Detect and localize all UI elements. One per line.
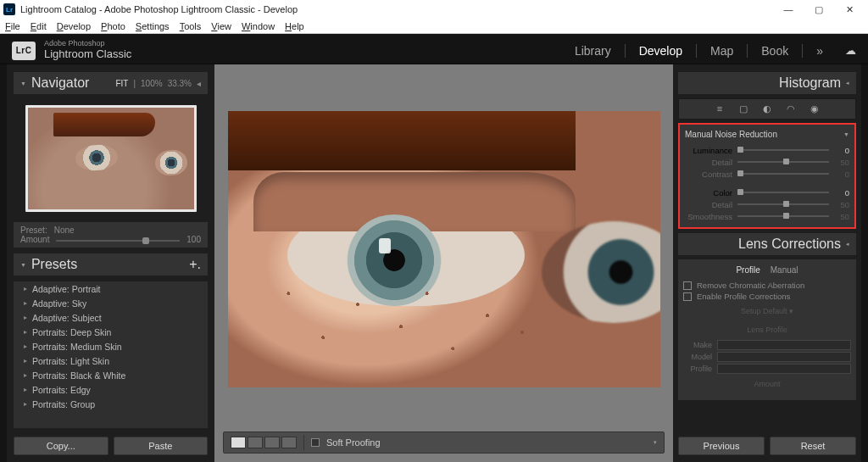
- lens-tab-profile[interactable]: Profile: [736, 265, 760, 275]
- cloud-sync-icon[interactable]: ☁: [845, 44, 856, 57]
- noise-reduction-title: Manual Noise Reduction: [685, 130, 777, 139]
- copy-button[interactable]: Copy...: [14, 437, 108, 455]
- preset-item[interactable]: Portraits: Black & White: [14, 368, 208, 382]
- nr-slider[interactable]: [737, 161, 829, 163]
- preset-item[interactable]: Portraits: Medium Skin: [14, 339, 208, 353]
- nr-slider-row: Smoothness50: [685, 210, 849, 222]
- nr-slider-value: 0: [834, 146, 849, 155]
- brand-small: Adobe Photoshop: [44, 40, 131, 47]
- mask-tool-icon[interactable]: ◠: [785, 103, 797, 114]
- menu-bar: File Edit Develop Photo Settings Tools V…: [0, 19, 868, 34]
- left-rail[interactable]: [0, 64, 7, 462]
- nr-slider[interactable]: [737, 149, 829, 151]
- preset-item[interactable]: Adaptive: Sky: [14, 296, 208, 310]
- preset-item[interactable]: Portraits: Deep Skin: [14, 325, 208, 339]
- view-compare-button[interactable]: [248, 437, 263, 448]
- zoom-chevron-icon[interactable]: ◂: [197, 79, 201, 88]
- lens-setup-label: Setup Default ▾: [683, 302, 851, 320]
- nr-slider[interactable]: [737, 215, 829, 217]
- menu-view[interactable]: View: [211, 21, 231, 31]
- app-icon: Lr: [3, 3, 15, 15]
- nr-slider-label: Color: [685, 188, 732, 198]
- zoom-33[interactable]: 33.3%: [168, 79, 192, 88]
- menu-tools[interactable]: Tools: [180, 21, 202, 31]
- lens-make-field[interactable]: [717, 340, 851, 350]
- preset-item[interactable]: Portraits: Edgy: [14, 382, 208, 397]
- presets-add-icon[interactable]: +.: [189, 257, 201, 272]
- menu-develop[interactable]: Develop: [57, 21, 91, 31]
- lens-tab-manual[interactable]: Manual: [771, 265, 798, 275]
- enable-profile-label: Enable Profile Corrections: [697, 292, 790, 301]
- lens-corrections-header[interactable]: Lens Corrections ◂: [678, 232, 856, 256]
- heal-tool-icon[interactable]: ◐: [761, 103, 773, 114]
- menu-edit[interactable]: Edit: [31, 21, 47, 31]
- maximize-button[interactable]: ▢: [804, 0, 834, 19]
- view-before-after-button[interactable]: [264, 437, 280, 448]
- nr-slider-row: Luminance0: [685, 144, 849, 156]
- menu-help[interactable]: Help: [285, 21, 304, 31]
- nr-slider-value: 50: [834, 158, 849, 167]
- disclosure-icon[interactable]: ▼: [843, 131, 849, 137]
- window-title: Lightroom Catalog - Adobe Photoshop Ligh…: [20, 4, 298, 14]
- redeye-tool-icon[interactable]: ◉: [809, 103, 821, 114]
- window-titlebar: Lr Lightroom Catalog - Adobe Photoshop L…: [0, 0, 868, 19]
- edit-tool-icon[interactable]: ≡: [714, 103, 726, 114]
- menu-photo[interactable]: Photo: [101, 21, 125, 31]
- nr-slider-row: Color0: [685, 186, 849, 198]
- lens-corrections-title: Lens Corrections: [738, 237, 841, 252]
- preset-item[interactable]: Adaptive: Portrait: [14, 281, 208, 296]
- right-rail[interactable]: [861, 64, 868, 462]
- lens-model-field[interactable]: [717, 352, 851, 362]
- noise-reduction-panel: Manual Noise Reduction ▼ Luminance0Detai…: [678, 123, 856, 229]
- close-button[interactable]: ✕: [834, 0, 865, 19]
- menu-settings[interactable]: Settings: [136, 21, 170, 31]
- module-map[interactable]: Map: [710, 44, 733, 58]
- enable-profile-checkbox[interactable]: [683, 292, 692, 301]
- view-loupe-button[interactable]: [231, 437, 246, 448]
- nr-slider-label: Detail: [685, 158, 732, 167]
- nr-slider-value: 0: [834, 170, 849, 179]
- module-library[interactable]: Library: [575, 44, 611, 58]
- preset-item[interactable]: Portraits: Group: [14, 397, 208, 411]
- nr-slider-label: Detail: [685, 200, 732, 209]
- previous-button[interactable]: Previous: [678, 437, 765, 455]
- lens-profile-field[interactable]: [717, 364, 851, 374]
- nr-slider[interactable]: [737, 192, 829, 193]
- presets-header[interactable]: ▼ Presets +.: [14, 253, 208, 276]
- navigator-thumbnail[interactable]: [25, 105, 197, 212]
- amount-slider[interactable]: [56, 240, 180, 242]
- module-more[interactable]: »: [816, 44, 823, 58]
- develop-tool-strip: ≡ ▢ ◐ ◠ ◉: [678, 98, 856, 120]
- nr-slider[interactable]: [737, 203, 829, 205]
- canvas-image[interactable]: [228, 111, 660, 387]
- navigator-header[interactable]: ▼ Navigator FIT | 100% 33.3% ◂: [14, 71, 208, 95]
- preset-item[interactable]: Portraits: Light Skin: [14, 353, 208, 368]
- module-develop[interactable]: Develop: [639, 44, 682, 58]
- crop-tool-icon[interactable]: ▢: [737, 103, 749, 114]
- view-ref-button[interactable]: [281, 437, 297, 448]
- histogram-header[interactable]: Histogram ◂: [678, 71, 856, 95]
- nr-slider-value: 0: [834, 188, 849, 198]
- module-picker: Library Develop Map Book » ☁: [575, 44, 856, 58]
- presets-title: Presets: [31, 257, 77, 272]
- preset-item[interactable]: Adaptive: Subject: [14, 310, 208, 325]
- menu-window[interactable]: Window: [242, 21, 275, 31]
- module-book[interactable]: Book: [761, 44, 788, 58]
- nr-slider[interactable]: [737, 173, 829, 175]
- reset-button[interactable]: Reset: [770, 437, 856, 455]
- right-panel: Histogram ◂ ≡ ▢ ◐ ◠ ◉ Manual Noise Reduc…: [673, 64, 861, 462]
- toolbar-menu-icon[interactable]: ▾: [654, 439, 657, 446]
- zoom-100[interactable]: 100%: [141, 79, 163, 88]
- minimize-button[interactable]: —: [773, 0, 804, 19]
- histogram-title: Histogram: [779, 75, 841, 91]
- soft-proofing-checkbox[interactable]: [311, 438, 320, 447]
- menu-file[interactable]: File: [5, 21, 20, 31]
- remove-ca-checkbox[interactable]: [683, 281, 692, 290]
- navigator-title: Navigator: [31, 75, 89, 91]
- zoom-fit[interactable]: FIT: [115, 79, 128, 88]
- nr-slider-value: 50: [834, 200, 849, 209]
- disclosure-icon: ◂: [846, 80, 849, 86]
- preset-label: Preset:: [20, 225, 47, 235]
- lens-profile-header: Lens Profile: [683, 320, 851, 339]
- paste-button[interactable]: Paste: [114, 437, 209, 455]
